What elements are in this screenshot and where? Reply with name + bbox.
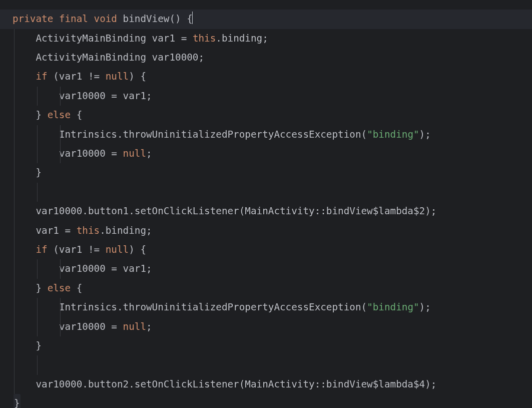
code-token: var10000.button1.setOnClickListener(Main… [36, 205, 436, 217]
keyword-token: null [123, 321, 146, 332]
code-line[interactable]: } else { [0, 279, 532, 298]
indent-guide [14, 106, 15, 125]
indent-guide [14, 279, 15, 298]
indent-guide [37, 317, 38, 336]
indent-guide [37, 259, 38, 278]
code-token: var1 = [36, 225, 76, 236]
code-token: ; [146, 148, 152, 159]
indent-guide [14, 355, 15, 374]
code-line[interactable] [0, 355, 532, 374]
code-line[interactable]: } [0, 394, 532, 408]
code-token: ActivityMainBinding var1 = [36, 33, 192, 44]
code-token: (var1 != [48, 71, 106, 82]
code-line[interactable]: if (var1 != null) { [0, 240, 532, 259]
keyword-token: this [193, 33, 216, 44]
code-token: var10000 = [59, 148, 123, 159]
keyword-token: this [77, 225, 100, 236]
indent-guide [14, 29, 15, 48]
keyword-token: if [36, 71, 47, 82]
indent-guide [14, 336, 15, 355]
indent-guide [14, 67, 15, 86]
code-token: { [71, 109, 82, 121]
code-line[interactable] [0, 183, 532, 202]
code-token: ); [419, 129, 431, 140]
code-editor[interactable]: private final void bindView() { Activity… [0, 10, 532, 408]
code-token: } [36, 109, 47, 121]
indent-guide [60, 317, 61, 336]
code-line[interactable]: var10000 = null; [0, 144, 532, 163]
code-line[interactable]: ActivityMainBinding var1 = this.binding; [0, 29, 532, 48]
code-line[interactable]: private final void bindView() { [0, 10, 532, 29]
code-line[interactable]: var10000 = null; [0, 317, 532, 336]
indent-guide [60, 144, 61, 163]
indent-guide [14, 317, 15, 336]
indent-guide [37, 183, 38, 202]
code-line[interactable]: Intrinsics.throwUninitializedPropertyAcc… [0, 125, 532, 144]
keyword-token: null [123, 148, 146, 159]
code-token: ); [419, 301, 431, 313]
keyword-token: else [48, 109, 71, 121]
code-line[interactable]: } else { [0, 106, 532, 125]
code-line[interactable]: var10000 = var1; [0, 259, 532, 278]
indent-guide [14, 163, 15, 182]
indent-guide [37, 298, 38, 317]
indent-guide [37, 144, 38, 163]
code-line[interactable]: var10000.button2.setOnClickListener(Main… [0, 375, 532, 394]
code-line[interactable]: ActivityMainBinding var10000; [0, 48, 532, 67]
code-line[interactable]: Intrinsics.throwUninitializedPropertyAcc… [0, 298, 532, 317]
string-token: "binding" [367, 129, 419, 140]
indent-guide [37, 87, 38, 106]
code-line[interactable]: } [0, 163, 532, 182]
code-token: ) { [129, 244, 146, 255]
code-token: Intrinsics.throwUninitializedPropertyAcc… [59, 301, 367, 313]
indent-guide [14, 221, 15, 240]
indent-guide [14, 125, 15, 144]
code-token: (var1 != [48, 244, 106, 255]
code-token: } [36, 167, 42, 178]
code-token: var10000 = [59, 321, 123, 332]
code-line[interactable]: if (var1 != null) { [0, 67, 532, 86]
keyword-token: void [94, 13, 117, 25]
code-token: { [71, 282, 82, 294]
code-token: var10000 = var1; [59, 263, 152, 274]
code-token: var10000.button2.setOnClickListener(Main… [36, 378, 436, 390]
keyword-token: private [13, 13, 53, 25]
code-token: ) { [129, 71, 146, 82]
indent-guide [37, 125, 38, 144]
code-token: } [36, 340, 42, 351]
indent-guide [60, 298, 61, 317]
code-line[interactable]: var10000.button1.setOnClickListener(Main… [0, 202, 532, 221]
keyword-token: null [106, 244, 129, 255]
indent-guide [60, 87, 61, 106]
indent-guide [14, 144, 15, 163]
code-token [88, 13, 94, 25]
indent-guide [60, 259, 61, 278]
indent-guide [14, 48, 15, 67]
indent-guide [14, 240, 15, 259]
code-token: ActivityMainBinding var10000; [36, 52, 204, 63]
code-token: .binding; [216, 33, 268, 44]
code-token: ; [146, 321, 152, 332]
indent-guide [14, 87, 15, 106]
indent-guide [37, 355, 38, 374]
string-token: "binding" [367, 301, 419, 313]
indent-guide [14, 298, 15, 317]
keyword-token: null [106, 71, 129, 82]
caret [192, 12, 193, 24]
code-token: bindView() [117, 13, 187, 25]
code-token: var10000 = var1; [59, 90, 152, 102]
code-line[interactable]: } [0, 336, 532, 355]
indent-guide [14, 259, 15, 278]
code-line[interactable]: var1 = this.binding; [0, 221, 532, 240]
code-token: Intrinsics.throwUninitializedPropertyAcc… [59, 129, 367, 140]
code-token: .binding; [100, 225, 152, 236]
indent-guide [14, 202, 15, 221]
keyword-token: else [48, 282, 71, 294]
indent-guide [60, 125, 61, 144]
indent-guide [14, 375, 15, 394]
indent-guide [14, 183, 15, 202]
keyword-token: final [59, 13, 88, 25]
code-token [53, 13, 59, 25]
code-token: } [36, 282, 47, 294]
code-line[interactable]: var10000 = var1; [0, 87, 532, 106]
